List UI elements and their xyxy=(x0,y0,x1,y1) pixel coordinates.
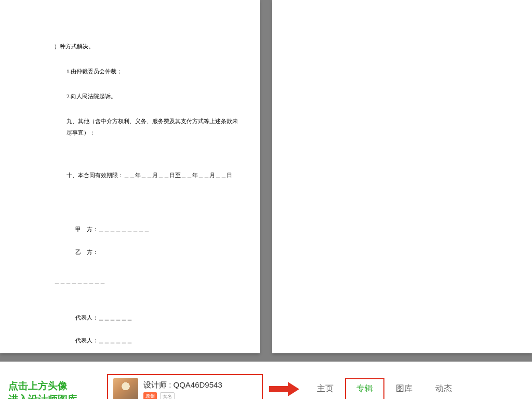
text-clause10: 十、本合同有效期限：＿＿年＿＿月＿＿日至＿＿年＿＿月＿＿日 xyxy=(54,169,242,181)
tabs: 主页 专辑 图库 动态 xyxy=(305,378,463,399)
designer-card[interactable]: 设计师 : QQA46D9543 原创 实名 xyxy=(107,374,263,399)
banner-line2: 进入设计师图库 xyxy=(8,394,77,399)
party-a-label: 甲 方：＿＿＿＿＿＿＿＿＿ xyxy=(75,226,150,232)
text-resolution: ）种方式解决。 xyxy=(54,41,242,52)
designer-banner: 点击上方头像 进入设计师图库 设计师 : QQA46D9543 原创 实名 主页… xyxy=(0,362,532,399)
text-option1: 1.由仲裁委员会仲裁； xyxy=(54,65,242,77)
designer-name-row: 设计师 : QQA46D9543 xyxy=(143,380,222,390)
tab-gallery[interactable]: 图库 xyxy=(384,378,424,399)
tab-album[interactable]: 专辑 xyxy=(345,378,384,399)
badge-original: 原创 xyxy=(143,392,157,399)
page-right xyxy=(272,0,532,353)
spacer xyxy=(54,152,242,169)
designer-name: QQA46D9543 xyxy=(174,380,222,389)
tab-home[interactable]: 主页 xyxy=(305,378,345,399)
rep-b: 代表人：＿＿＿＿＿＿ xyxy=(75,337,132,343)
banner-line1: 点击上方头像 xyxy=(8,380,68,391)
text-clause9: 九、其他（含中介方权利、义务、服务费及其支付方式等上述条款未尽事宜）： xyxy=(54,115,242,138)
party-b-line: ＿＿＿＿＿＿＿＿＿ xyxy=(54,275,242,287)
arrow-right-icon xyxy=(269,382,300,396)
avatar[interactable] xyxy=(113,378,138,399)
banner-instruction: 点击上方头像 进入设计师图库 xyxy=(8,379,107,399)
signature-row-1: 甲 方：＿＿＿＿＿＿＿＿＿ 乙 方： xyxy=(54,212,242,269)
rep-a: 代表人：＿＿＿＿＿＿ xyxy=(75,314,132,321)
party-b-label: 乙 方： xyxy=(75,249,98,255)
spacer xyxy=(54,194,242,212)
text-option2: 2.向人民法院起诉。 xyxy=(54,90,242,102)
badge-verified: 实名 xyxy=(160,392,175,399)
page-left: ）种方式解决。 1.由仲裁委员会仲裁； 2.向人民法院起诉。 九、其他（含中介方… xyxy=(0,0,260,353)
tab-activity[interactable]: 动态 xyxy=(424,378,463,399)
designer-info: 设计师 : QQA46D9543 原创 实名 xyxy=(143,380,222,399)
representative-row: 代表人：＿＿＿＿＿＿ 代表人：＿＿＿＿＿＿ xyxy=(54,300,242,357)
badge-row: 原创 实名 xyxy=(143,392,222,399)
document-pages: ）种方式解决。 1.由仲裁委员会仲裁； 2.向人民法院起诉。 九、其他（含中介方… xyxy=(0,0,532,353)
designer-label: 设计师 : xyxy=(143,380,174,389)
